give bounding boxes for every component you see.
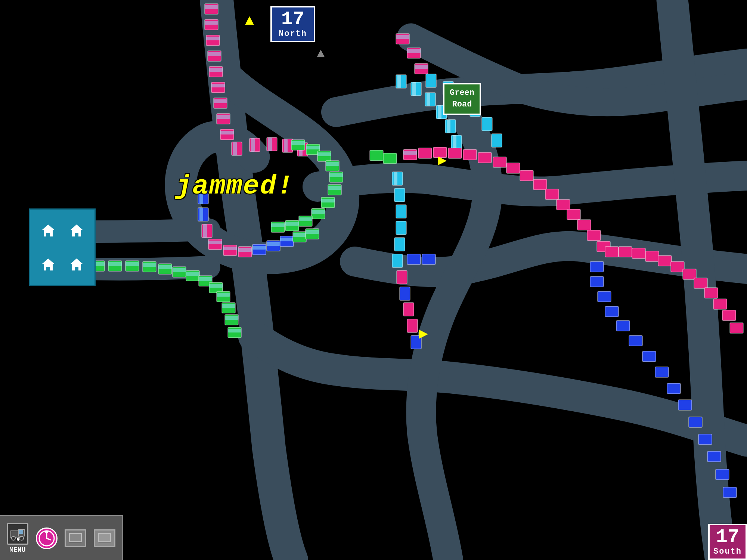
svg-rect-83: [173, 268, 186, 272]
box2-button[interactable]: [92, 522, 118, 555]
svg-rect-91: [217, 293, 230, 297]
svg-rect-152: [403, 303, 414, 316]
svg-rect-63: [252, 246, 266, 250]
svg-rect-132: [533, 179, 547, 190]
svg-rect-97: [228, 329, 241, 332]
svg-rect-71: [306, 230, 319, 234]
svg-rect-65: [267, 242, 280, 246]
svg-rect-9: [209, 68, 223, 72]
svg-rect-141: [370, 150, 383, 161]
arrow-up-yellow-top: ▲: [245, 13, 254, 30]
svg-rect-157: [632, 248, 645, 259]
svg-rect-207: [99, 533, 111, 542]
svg-rect-124: [418, 148, 432, 158]
svg-rect-127: [463, 149, 477, 160]
green-road-label: GreenRoad: [450, 88, 474, 109]
arrow-right-yellow-middle: ▶: [438, 151, 447, 169]
jammed-text: jammed!: [176, 171, 294, 202]
svg-rect-59: [223, 247, 237, 250]
svg-rect-15: [217, 115, 230, 119]
svg-rect-159: [658, 256, 672, 266]
svg-rect-121: [492, 134, 502, 147]
svg-rect-171: [655, 367, 669, 377]
menu-button[interactable]: MENU: [4, 522, 31, 555]
svg-rect-179: [713, 299, 727, 309]
svg-rect-17: [220, 131, 234, 134]
svg-rect-134: [557, 199, 570, 210]
svg-rect-99: [396, 35, 409, 39]
svg-rect-144: [394, 172, 397, 185]
svg-rect-136: [577, 220, 591, 230]
svg-marker-183: [42, 225, 54, 230]
svg-rect-208: [99, 542, 111, 543]
green-road-sign: GreenRoad: [443, 83, 481, 115]
svg-rect-116: [426, 74, 436, 87]
svg-rect-177: [716, 469, 729, 480]
svg-rect-43: [311, 210, 325, 214]
sign-number-south: 17: [713, 527, 742, 547]
svg-rect-142: [383, 153, 397, 164]
svg-rect-160: [671, 262, 684, 272]
sign-direction: North: [276, 29, 310, 38]
svg-rect-87: [199, 277, 212, 281]
svg-rect-123: [403, 151, 417, 155]
box1-button[interactable]: [62, 522, 89, 555]
building-icon-4: [63, 248, 90, 281]
svg-rect-165: [590, 276, 604, 287]
svg-rect-164: [590, 262, 604, 272]
svg-rect-187: [75, 233, 78, 236]
svg-rect-167: [605, 306, 619, 317]
svg-rect-135: [567, 209, 580, 220]
svg-rect-111: [438, 105, 441, 119]
svg-rect-55: [203, 224, 207, 238]
svg-rect-204: [45, 531, 48, 533]
svg-rect-47: [285, 222, 299, 226]
svg-rect-149: [392, 254, 403, 267]
svg-rect-33: [317, 152, 331, 156]
building-icon-1: [35, 214, 62, 247]
svg-rect-172: [667, 383, 681, 394]
svg-rect-156: [619, 247, 632, 257]
svg-rect-89: [209, 284, 223, 288]
svg-rect-79: [143, 263, 156, 267]
svg-rect-103: [415, 65, 428, 69]
svg-rect-95: [225, 316, 238, 320]
svg-rect-13: [214, 99, 227, 103]
svg-rect-131: [520, 170, 533, 181]
svg-rect-145: [394, 188, 405, 202]
svg-point-203: [46, 538, 47, 539]
svg-rect-137: [587, 230, 601, 241]
svg-rect-175: [698, 434, 712, 445]
svg-rect-180: [722, 310, 736, 321]
svg-rect-162: [694, 278, 707, 288]
svg-rect-163: [704, 288, 718, 298]
svg-rect-181: [730, 323, 743, 333]
svg-rect-139: [407, 254, 421, 264]
svg-rect-115: [453, 135, 456, 149]
svg-rect-174: [689, 417, 702, 427]
timer-button[interactable]: [34, 522, 60, 555]
sign-number: 17: [276, 10, 310, 29]
svg-rect-148: [394, 238, 405, 251]
svg-marker-189: [42, 259, 54, 264]
svg-rect-77: [125, 262, 139, 266]
svg-rect-184: [46, 233, 50, 236]
svg-rect-130: [506, 163, 520, 173]
box1-icon: [65, 529, 86, 547]
svg-rect-69: [293, 233, 306, 237]
svg-rect-107: [412, 82, 416, 96]
clock-icon: [36, 527, 58, 549]
svg-rect-1: [205, 5, 218, 9]
svg-rect-85: [186, 272, 199, 276]
svg-rect-37: [329, 173, 343, 177]
svg-rect-205: [69, 533, 81, 542]
svg-rect-7: [208, 52, 221, 56]
svg-rect-5: [206, 37, 220, 40]
svg-marker-192: [71, 259, 83, 264]
svg-rect-53: [199, 208, 203, 221]
building-block: [29, 208, 96, 286]
building-icon-3: [35, 248, 62, 281]
svg-rect-151: [400, 287, 410, 300]
svg-rect-150: [397, 270, 407, 284]
svg-rect-75: [108, 262, 122, 266]
